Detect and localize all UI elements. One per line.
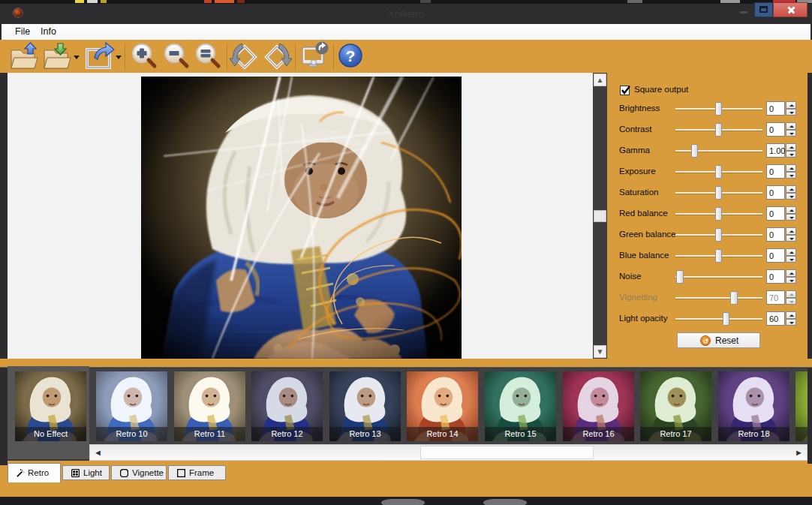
svg-text:?: ? [346, 47, 356, 65]
